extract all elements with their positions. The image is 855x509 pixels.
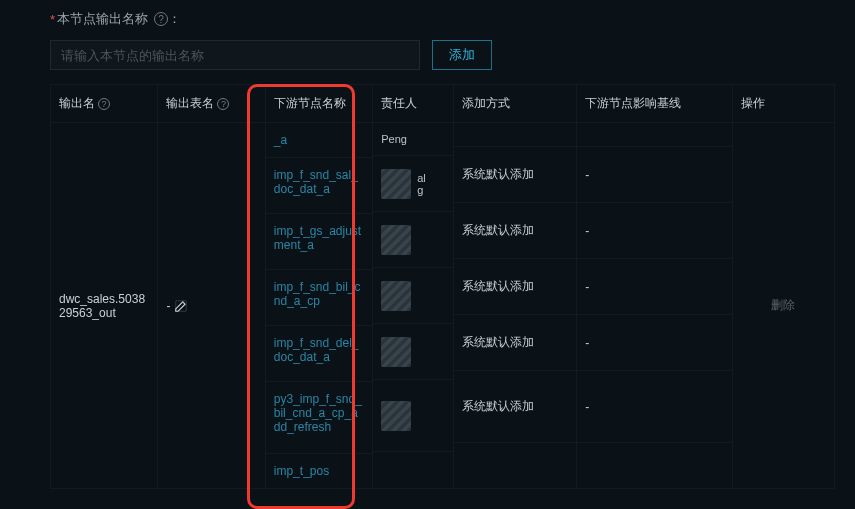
addtype-row [454, 443, 577, 467]
edit-icon [174, 299, 188, 313]
downstream-link[interactable]: py3_imp_f_snd_bil_cnd_a_cp_add_refresh [266, 382, 372, 454]
help-icon[interactable]: ? [217, 98, 229, 110]
baseline-row: - [577, 203, 732, 259]
addtype-row: 系统默认添加 [454, 371, 577, 443]
output-name-input[interactable] [50, 40, 420, 70]
baseline-row: - [577, 315, 732, 371]
addtype-row [454, 123, 577, 147]
baseline-row: - [577, 147, 732, 203]
input-row: 添加 [50, 40, 835, 70]
output-table: 输出名? 输出表名? 下游节点名称 责任人 添加方式 下游节点影响基线 操作 d… [50, 84, 835, 489]
cell-output-name: dwc_sales.503829563_out [51, 123, 158, 489]
baseline-row [577, 123, 732, 147]
addtype-row: 系统默认添加 [454, 315, 577, 371]
field-label-text: 本节点输出名称 [57, 10, 148, 28]
col-addtype: 添加方式 [453, 85, 577, 123]
baseline-row: - [577, 259, 732, 315]
owner-row: alg [373, 156, 453, 212]
addtype-row: 系统默认添加 [454, 259, 577, 315]
cell-baseline: - - - - - [577, 123, 733, 489]
downstream-link[interactable]: imp_f_snd_bil_cnd_a_cp [266, 270, 372, 326]
addtype-row: 系统默认添加 [454, 147, 577, 203]
field-label-row: * 本节点输出名称 ? ： [50, 10, 835, 28]
cell-addtype: 系统默认添加 系统默认添加 系统默认添加 系统默认添加 系统默认添加 [453, 123, 577, 489]
downstream-link[interactable]: imp_f_snd_del_doc_dat_a [266, 326, 372, 382]
col-downstream: 下游节点名称 [265, 85, 372, 123]
table-row: dwc_sales.503829563_out - _a imp_f_snd_s… [51, 123, 835, 489]
owner-row [373, 268, 453, 324]
table-header-row: 输出名? 输出表名? 下游节点名称 责任人 添加方式 下游节点影响基线 操作 [51, 85, 835, 123]
edit-output-table[interactable]: - [166, 299, 188, 313]
addtype-row: 系统默认添加 [454, 203, 577, 259]
required-star: * [50, 12, 55, 27]
owner-row [373, 212, 453, 268]
col-baseline: 下游节点影响基线 [577, 85, 733, 123]
cell-action: 删除 [732, 123, 834, 489]
downstream-link[interactable]: _a [266, 123, 372, 158]
owner-row: Peng [373, 123, 453, 156]
cell-downstream: _a imp_f_snd_sal_doc_dat_a imp_t_gs_adju… [265, 123, 372, 489]
avatar [381, 337, 411, 367]
owner-row [373, 380, 453, 452]
help-icon[interactable]: ? [98, 98, 110, 110]
col-output-name: 输出名? [51, 85, 158, 123]
col-output-table: 输出表名? [158, 85, 265, 123]
downstream-link[interactable]: imp_t_gs_adjustment_a [266, 214, 372, 270]
field-colon: ： [168, 10, 181, 28]
baseline-row: - [577, 371, 732, 443]
add-button[interactable]: 添加 [432, 40, 492, 70]
avatar [381, 169, 411, 199]
avatar [381, 225, 411, 255]
downstream-link[interactable]: imp_f_snd_sal_doc_dat_a [266, 158, 372, 214]
avatar [381, 401, 411, 431]
col-owner: 责任人 [373, 85, 454, 123]
svg-rect-0 [176, 300, 187, 311]
owner-row [373, 324, 453, 380]
cell-owner: Peng alg [373, 123, 454, 489]
avatar [381, 281, 411, 311]
delete-link[interactable]: 删除 [771, 298, 795, 312]
col-action: 操作 [732, 85, 834, 123]
cell-output-table: - [158, 123, 265, 489]
owner-row [373, 452, 453, 476]
baseline-row [577, 443, 732, 467]
help-icon[interactable]: ? [154, 12, 168, 26]
downstream-link[interactable]: imp_t_pos [266, 454, 372, 488]
